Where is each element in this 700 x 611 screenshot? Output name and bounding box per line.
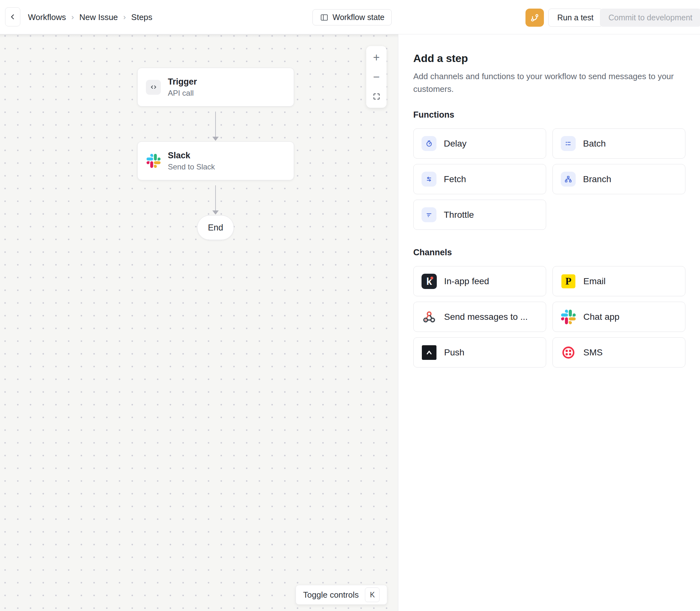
postmark-logo: P bbox=[561, 274, 576, 289]
commit-to-development-button[interactable]: Commit to development bbox=[600, 9, 700, 27]
chevron-left-icon bbox=[9, 13, 16, 21]
fullscreen-icon bbox=[372, 92, 381, 101]
channels-grid: k In-app feed P Email Send messages to .… bbox=[413, 266, 685, 368]
breadcrumb-separator: › bbox=[71, 13, 74, 21]
channels-heading: Channels bbox=[413, 248, 685, 257]
throttle-lines-icon bbox=[421, 207, 436, 222]
workflow-state-label: Workflow state bbox=[332, 13, 384, 22]
function-card-branch[interactable]: Branch bbox=[552, 164, 685, 194]
breadcrumb-item-workflows[interactable]: Workflows bbox=[28, 12, 66, 22]
twilio-logo bbox=[561, 345, 576, 360]
channel-card-chat-app[interactable]: Chat app bbox=[552, 302, 685, 332]
zoom-controls: + − bbox=[366, 46, 387, 108]
git-branch-icon bbox=[530, 13, 539, 23]
function-card-label: Branch bbox=[583, 174, 611, 184]
side-panel-icon bbox=[320, 13, 329, 22]
list-icon bbox=[561, 136, 576, 151]
version-branch-button[interactable] bbox=[525, 9, 544, 27]
channel-card-email[interactable]: P Email bbox=[552, 266, 685, 296]
node-end-label: End bbox=[208, 223, 223, 233]
node-text: Trigger API call bbox=[168, 77, 197, 98]
run-test-label: Run a test bbox=[557, 13, 594, 22]
stopwatch-icon bbox=[421, 136, 436, 151]
top-bar: Workflows › New Issue › Steps Workflow s… bbox=[0, 0, 700, 34]
node-slack-subtitle: Send to Slack bbox=[168, 162, 215, 172]
function-card-label: Batch bbox=[583, 139, 606, 149]
function-card-label: Fetch bbox=[444, 174, 466, 184]
function-card-label: Delay bbox=[444, 139, 467, 149]
commit-label: Commit to development bbox=[608, 13, 692, 22]
channel-card-webhook[interactable]: Send messages to ... bbox=[413, 302, 546, 332]
zoom-out-button[interactable]: − bbox=[366, 69, 387, 85]
slack-logo bbox=[561, 309, 576, 325]
swap-arrows-icon bbox=[421, 172, 436, 187]
zoom-in-button[interactable]: + bbox=[366, 49, 387, 66]
hierarchy-icon bbox=[561, 172, 576, 187]
node-slack[interactable]: Slack Send to Slack bbox=[137, 141, 294, 180]
panel-description: Add channels and functions to your workf… bbox=[413, 70, 677, 95]
node-trigger-title: Trigger bbox=[168, 77, 197, 87]
function-card-delay[interactable]: Delay bbox=[413, 129, 546, 159]
edge-trigger-to-slack bbox=[215, 111, 216, 137]
channel-card-label: Chat app bbox=[583, 312, 620, 322]
keyboard-shortcut-badge: K bbox=[365, 587, 379, 602]
workflow-state-button[interactable]: Workflow state bbox=[312, 9, 392, 26]
back-button[interactable] bbox=[5, 7, 20, 26]
workflow-canvas[interactable]: Trigger API call Slack Send to Slack End… bbox=[0, 34, 398, 611]
panel-title: Add a step bbox=[413, 52, 685, 64]
channel-card-push[interactable]: Push bbox=[413, 337, 546, 368]
add-step-panel: Add a step Add channels and functions to… bbox=[398, 34, 700, 611]
push-caret-logo bbox=[421, 345, 437, 360]
functions-heading: Functions bbox=[413, 110, 685, 120]
channel-card-label: Push bbox=[444, 347, 464, 358]
function-card-label: Throttle bbox=[444, 210, 474, 220]
toggle-controls-label: Toggle controls bbox=[303, 590, 359, 600]
function-card-fetch[interactable]: Fetch bbox=[413, 164, 546, 194]
webhook-icon bbox=[421, 309, 437, 325]
knock-logo: k bbox=[421, 274, 437, 289]
channel-card-label: Send messages to ... bbox=[444, 312, 528, 322]
channel-card-sms[interactable]: SMS bbox=[552, 337, 685, 368]
node-trigger[interactable]: Trigger API call bbox=[137, 68, 294, 106]
breadcrumb-item-new-issue[interactable]: New Issue bbox=[79, 12, 118, 22]
run-test-button[interactable]: Run a test bbox=[548, 9, 602, 27]
channel-card-in-app-feed[interactable]: k In-app feed bbox=[413, 266, 546, 296]
toggle-controls-button[interactable]: Toggle controls K bbox=[296, 585, 387, 605]
code-icon bbox=[146, 80, 161, 95]
node-trigger-subtitle: API call bbox=[168, 89, 197, 98]
breadcrumb: Workflows › New Issue › Steps bbox=[28, 0, 152, 34]
function-card-throttle[interactable]: Throttle bbox=[413, 200, 546, 230]
node-slack-title: Slack bbox=[168, 150, 215, 161]
channel-card-label: SMS bbox=[583, 347, 603, 358]
edge-slack-to-end bbox=[215, 185, 216, 211]
fit-view-button[interactable] bbox=[366, 88, 387, 105]
functions-grid: Delay Batch Fetch Branch Throttle bbox=[413, 129, 685, 230]
slack-logo bbox=[146, 153, 161, 168]
node-end: End bbox=[197, 215, 234, 240]
channel-card-label: Email bbox=[583, 276, 606, 286]
breadcrumb-separator: › bbox=[123, 13, 126, 21]
node-text: Slack Send to Slack bbox=[168, 150, 215, 172]
channel-card-label: In-app feed bbox=[444, 276, 489, 286]
function-card-batch[interactable]: Batch bbox=[552, 129, 685, 159]
panel-divider bbox=[398, 34, 398, 611]
breadcrumb-item-steps[interactable]: Steps bbox=[131, 12, 153, 22]
